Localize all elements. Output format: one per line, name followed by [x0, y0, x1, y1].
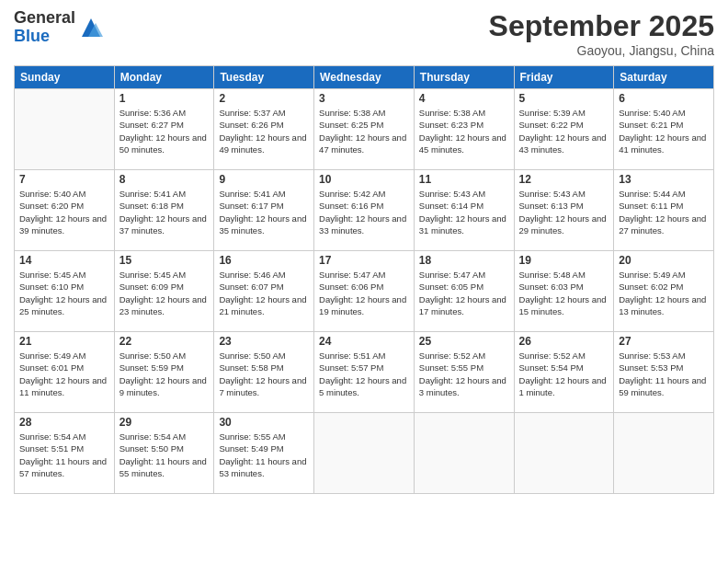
cell-week4-day4: 25 Sunrise: 5:52 AM Sunset: 5:55 PM Dayl… — [414, 332, 514, 413]
sunset: Sunset: 6:05 PM — [419, 281, 509, 293]
day-info: Sunrise: 5:54 AM Sunset: 5:51 PM Dayligh… — [19, 431, 109, 479]
day-number: 26 — [519, 335, 609, 348]
daylight: Daylight: 12 hours and 11 minutes. — [19, 374, 109, 399]
day-info: Sunrise: 5:44 AM Sunset: 6:11 PM Dayligh… — [619, 188, 709, 236]
cell-week2-day5: 12 Sunrise: 5:43 AM Sunset: 6:13 PM Dayl… — [514, 170, 614, 251]
sunset: Sunset: 5:55 PM — [419, 362, 509, 373]
day-info: Sunrise: 5:36 AM Sunset: 6:27 PM Dayligh… — [119, 107, 210, 155]
sunrise: Sunrise: 5:43 AM — [519, 188, 609, 200]
day-info: Sunrise: 5:50 AM Sunset: 5:59 PM Dayligh… — [119, 350, 210, 398]
daylight: Daylight: 12 hours and 37 minutes. — [119, 213, 210, 237]
cell-week1-day6: 6 Sunrise: 5:40 AM Sunset: 6:21 PM Dayli… — [614, 89, 714, 170]
sunrise: Sunrise: 5:41 AM — [219, 188, 309, 200]
cell-week4-day0: 21 Sunrise: 5:49 AM Sunset: 6:01 PM Dayl… — [15, 332, 115, 413]
daylight: Daylight: 12 hours and 5 minutes. — [319, 374, 409, 399]
sunrise: Sunrise: 5:51 AM — [319, 350, 409, 362]
sunrise: Sunrise: 5:50 AM — [219, 350, 309, 362]
cell-week5-day0: 28 Sunrise: 5:54 AM Sunset: 5:51 PM Dayl… — [15, 413, 115, 494]
daylight: Daylight: 12 hours and 45 minutes. — [419, 132, 509, 156]
page: General Blue September 2025 Gaoyou, Jian… — [0, 0, 728, 563]
sunrise: Sunrise: 5:49 AM — [19, 350, 109, 362]
day-info: Sunrise: 5:47 AM Sunset: 6:05 PM Dayligh… — [419, 269, 509, 317]
cell-week1-day2: 2 Sunrise: 5:37 AM Sunset: 6:26 PM Dayli… — [214, 89, 314, 170]
logo: General Blue — [14, 9, 105, 46]
day-number: 13 — [619, 173, 709, 186]
sunset: Sunset: 6:14 PM — [419, 200, 509, 212]
day-info: Sunrise: 5:40 AM Sunset: 6:20 PM Dayligh… — [19, 188, 109, 236]
day-number: 30 — [219, 416, 309, 429]
cell-week1-day3: 3 Sunrise: 5:38 AM Sunset: 6:25 PM Dayli… — [314, 89, 415, 170]
daylight: Daylight: 11 hours and 55 minutes. — [119, 455, 210, 480]
sunrise: Sunrise: 5:55 AM — [219, 431, 309, 442]
daylight: Daylight: 12 hours and 15 minutes. — [519, 293, 609, 318]
day-number: 15 — [119, 254, 210, 267]
day-info: Sunrise: 5:38 AM Sunset: 6:25 PM Dayligh… — [319, 107, 409, 155]
day-info: Sunrise: 5:41 AM Sunset: 6:17 PM Dayligh… — [219, 188, 309, 236]
sunset: Sunset: 6:03 PM — [519, 281, 609, 293]
week-row-4: 21 Sunrise: 5:49 AM Sunset: 6:01 PM Dayl… — [15, 332, 714, 413]
sunrise: Sunrise: 5:44 AM — [619, 188, 709, 200]
title-block: September 2025 Gaoyou, Jiangsu, China — [489, 9, 714, 58]
daylight: Daylight: 12 hours and 13 minutes. — [619, 293, 709, 318]
day-number: 12 — [519, 173, 609, 186]
day-number: 17 — [319, 254, 409, 267]
daylight: Daylight: 12 hours and 33 minutes. — [319, 213, 409, 237]
daylight: Daylight: 12 hours and 35 minutes. — [219, 213, 309, 237]
cell-week3-day5: 19 Sunrise: 5:48 AM Sunset: 6:03 PM Dayl… — [514, 251, 614, 332]
day-info: Sunrise: 5:54 AM Sunset: 5:50 PM Dayligh… — [119, 431, 210, 479]
day-info: Sunrise: 5:42 AM Sunset: 6:16 PM Dayligh… — [319, 188, 409, 236]
daylight: Daylight: 11 hours and 53 minutes. — [219, 455, 309, 480]
day-number: 4 — [419, 92, 509, 105]
sunrise: Sunrise: 5:42 AM — [319, 188, 409, 200]
daylight: Daylight: 12 hours and 7 minutes. — [219, 374, 309, 399]
daylight: Daylight: 12 hours and 19 minutes. — [319, 293, 409, 318]
sunset: Sunset: 5:49 PM — [219, 442, 309, 454]
day-info: Sunrise: 5:43 AM Sunset: 6:13 PM Dayligh… — [519, 188, 609, 236]
day-number: 1 — [119, 92, 210, 105]
day-info: Sunrise: 5:39 AM Sunset: 6:22 PM Dayligh… — [519, 107, 609, 155]
day-number: 5 — [519, 92, 609, 105]
header-sunday: Sunday — [15, 66, 115, 89]
daylight: Daylight: 12 hours and 21 minutes. — [219, 293, 309, 318]
sunset: Sunset: 6:26 PM — [219, 119, 309, 131]
week-row-1: 1 Sunrise: 5:36 AM Sunset: 6:27 PM Dayli… — [15, 89, 714, 170]
sunrise: Sunrise: 5:37 AM — [219, 107, 309, 119]
day-info: Sunrise: 5:38 AM Sunset: 6:23 PM Dayligh… — [419, 107, 509, 155]
header-tuesday: Tuesday — [214, 66, 314, 89]
sunrise: Sunrise: 5:41 AM — [119, 188, 210, 200]
day-info: Sunrise: 5:51 AM Sunset: 5:57 PM Dayligh… — [319, 350, 409, 398]
day-info: Sunrise: 5:47 AM Sunset: 6:06 PM Dayligh… — [319, 269, 409, 317]
header: General Blue September 2025 Gaoyou, Jian… — [14, 9, 714, 58]
sunrise: Sunrise: 5:38 AM — [319, 107, 409, 119]
cell-week5-day6 — [614, 413, 714, 494]
sunrise: Sunrise: 5:38 AM — [419, 107, 509, 119]
cell-week4-day6: 27 Sunrise: 5:53 AM Sunset: 5:53 PM Dayl… — [614, 332, 714, 413]
logo-blue: Blue — [14, 28, 75, 46]
logo-general: General — [14, 9, 75, 28]
week-row-2: 7 Sunrise: 5:40 AM Sunset: 6:20 PM Dayli… — [15, 170, 714, 251]
sunset: Sunset: 6:11 PM — [619, 200, 709, 212]
cell-week3-day0: 14 Sunrise: 5:45 AM Sunset: 6:10 PM Dayl… — [15, 251, 115, 332]
sunset: Sunset: 6:10 PM — [19, 281, 109, 293]
header-thursday: Thursday — [414, 66, 514, 89]
header-monday: Monday — [114, 66, 214, 89]
cell-week4-day1: 22 Sunrise: 5:50 AM Sunset: 5:59 PM Dayl… — [114, 332, 214, 413]
sunrise: Sunrise: 5:40 AM — [19, 188, 109, 200]
sunrise: Sunrise: 5:36 AM — [119, 107, 210, 119]
header-saturday: Saturday — [614, 66, 714, 89]
cell-week2-day6: 13 Sunrise: 5:44 AM Sunset: 6:11 PM Dayl… — [614, 170, 714, 251]
daylight: Daylight: 12 hours and 41 minutes. — [619, 132, 709, 156]
day-info: Sunrise: 5:52 AM Sunset: 5:55 PM Dayligh… — [419, 350, 509, 398]
day-info: Sunrise: 5:46 AM Sunset: 6:07 PM Dayligh… — [219, 269, 309, 317]
sunset: Sunset: 6:01 PM — [19, 362, 109, 373]
sunrise: Sunrise: 5:48 AM — [519, 269, 609, 281]
day-number: 21 — [19, 335, 109, 348]
daylight: Daylight: 12 hours and 47 minutes. — [319, 132, 409, 156]
sunset: Sunset: 6:17 PM — [219, 200, 309, 212]
day-number: 6 — [619, 92, 709, 105]
daylight: Daylight: 12 hours and 39 minutes. — [19, 213, 109, 237]
month-title: September 2025 — [489, 9, 714, 43]
cell-week1-day1: 1 Sunrise: 5:36 AM Sunset: 6:27 PM Dayli… — [114, 89, 214, 170]
sunset: Sunset: 6:13 PM — [519, 200, 609, 212]
cell-week5-day4 — [414, 413, 514, 494]
